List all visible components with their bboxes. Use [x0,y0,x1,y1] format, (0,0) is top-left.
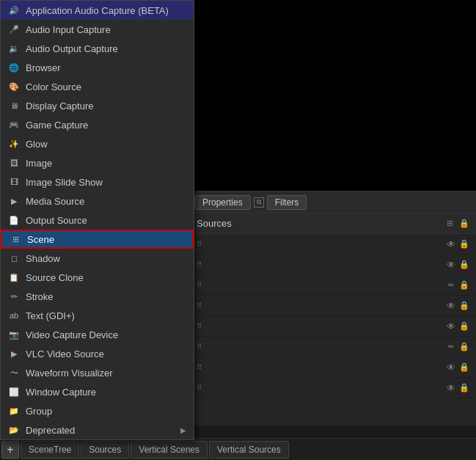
tab-vertical-scenes-label: Vertical Scenes [139,445,199,455]
menu-item-scene[interactable]: ⊞Scene [1,230,194,249]
menu-item-media-source[interactable]: ▶Media Source [1,191,194,211]
menu-item-image-slide-show[interactable]: 🎞Image Slide Show [1,172,194,191]
row-drag-icon: ⠿ [197,343,202,351]
menu-item-waveform[interactable]: 〜Waveform Visualizer [1,363,194,382]
menu-item-label-window-capture: Window Capture [26,387,186,398]
visibility-icon[interactable]: 👁 [445,362,457,373]
lock-icon[interactable]: 🔒 [458,362,470,373]
source-row-icons: ✏ 🔒 [445,280,470,291]
menu-item-label-audio-output: Audio Output Capture [26,43,186,54]
submenu-arrow-deprecated: ▶ [180,426,186,434]
tab-sources[interactable]: Sources [81,441,129,459]
media-icon: ▶ [8,195,20,207]
menu-item-label-image: Image [26,158,186,169]
sources-title: Sources [197,218,232,229]
menu-item-label-waveform: Waveform Visualizer [26,368,186,379]
sources-panel-header: Sources ⊞ 🔒 [191,213,476,234]
row-drag-icon: ⠿ [197,302,202,310]
menu-item-audio-output[interactable]: 🔉Audio Output Capture [1,39,194,58]
add-tab-button[interactable]: + [1,441,19,459]
menu-item-video-capture[interactable]: 📷Video Capture Device [1,325,194,344]
edit-icon[interactable]: ✏ [445,280,457,291]
menu-item-audio-input[interactable]: 🎤Audio Input Capture [1,20,194,39]
tab-vertical-sources[interactable]: Vertical Sources [209,441,289,459]
group-icon: 📁 [8,405,20,417]
source-row[interactable]: ⠿ 👁 🔒 [191,296,476,316]
menu-item-vlc-video[interactable]: ▶VLC Video Source [1,344,194,363]
panel-area: Properties ⧉ Filters Sources ⊞ 🔒 ⠿ 👁 🔒 ⠿… [191,191,476,426]
menu-item-label-stroke: Stroke [26,291,186,302]
filters-button[interactable]: Filters [267,195,307,210]
image-icon: 🖼 [8,157,20,169]
speaker-icon: 🔉 [8,43,20,54]
lock-icon[interactable]: 🔒 [458,238,470,250]
panel-grid-icon: ⊞ [444,218,455,230]
menu-item-group[interactable]: 📁Group [1,401,194,420]
slideshow-icon: 🎞 [8,176,20,188]
source-row-icons: 👁 🔒 [445,300,470,312]
tab-vertical-scenes[interactable]: Vertical Scenes [131,441,208,459]
menu-item-display-capture[interactable]: 🖥Display Capture [1,96,194,115]
visibility-icon[interactable]: 👁 [445,300,457,312]
tab-vertical-sources-label: Vertical Sources [217,445,281,455]
menu-item-shadow[interactable]: ◻Shadow [1,249,194,268]
source-row[interactable]: ⠿ ✏ 🔒 [191,275,476,296]
lock-icon[interactable]: 🔒 [458,382,470,394]
source-row[interactable]: ⠿ 👁 🔒 [191,378,476,398]
visibility-icon[interactable]: 👁 [445,259,457,271]
menu-item-deprecated[interactable]: 📂Deprecated▶ [1,420,194,439]
text-icon: ab [8,310,20,321]
menu-item-image[interactable]: 🖼Image [1,153,194,172]
sources-panel-content[interactable]: ⠿ 👁 🔒 ⠿ 👁 🔒 ⠿ ✏ 🔒 ⠿ [191,234,476,426]
menu-item-window-capture[interactable]: ⬜Window Capture [1,382,194,401]
menu-item-label-source-clone: Source Clone [26,272,186,283]
source-row-icons: ✏ 🔒 [445,341,470,353]
lock-icon[interactable]: 🔒 [458,341,470,353]
visibility-icon[interactable]: 👁 [445,382,457,394]
glow-icon: ✨ [8,138,20,150]
game-icon: 🎮 [8,119,20,131]
menu-item-game-capture[interactable]: 🎮Game Capture [1,115,194,134]
menu-item-stroke[interactable]: ✏Stroke [1,287,194,306]
menu-item-label-color-source: Color Source [26,81,186,92]
menu-item-output-source[interactable]: 📄Output Source [1,211,194,230]
menu-item-color-source[interactable]: 🎨Color Source [1,77,194,96]
source-row[interactable]: ⠿ ✏ 🔒 [191,337,476,357]
vlc-icon: ▶ [8,348,20,359]
tab-sources-label: Sources [89,445,121,455]
video-icon: 📷 [8,329,20,340]
visibility-icon[interactable]: 👁 [445,321,457,332]
menu-item-browser[interactable]: 🌐Browser [1,58,194,77]
lock-icon[interactable]: 🔒 [458,321,470,332]
source-row[interactable]: ⠿ 👁 🔒 [191,234,476,255]
menu-item-label-browser: Browser [26,62,186,73]
tab-scene-tree-label: SceneTree [29,445,71,455]
row-drag-icon: ⠿ [197,363,202,371]
menu-item-label-glow: Glow [26,139,186,150]
lock-icon[interactable]: 🔒 [458,280,470,291]
menu-item-text-gdi[interactable]: abText (GDI+) [1,306,194,325]
menu-item-source-clone[interactable]: 📋Source Clone [1,268,194,287]
visibility-icon[interactable]: 👁 [445,238,457,250]
deprecated-icon: 📂 [8,424,20,436]
source-row[interactable]: ⠿ 👁 🔒 [191,357,476,378]
lock-icon[interactable]: 🔒 [458,300,470,312]
menu-item-label-deprecated: Deprecated [26,425,175,436]
source-row[interactable]: ⠿ 👁 🔒 [191,255,476,275]
menu-item-label-game-capture: Game Capture [26,120,186,131]
tab-bar: + SceneTree Sources Vertical Scenes Vert… [0,438,476,460]
menu-item-glow[interactable]: ✨Glow [1,134,194,153]
menu-item-label-display-capture: Display Capture [26,101,186,112]
source-dropdown-menu: 🔊Application Audio Capture (BETA)🎤Audio … [0,0,194,440]
source-row[interactable]: ⠿ 👁 🔒 [191,316,476,337]
menu-item-app-audio-capture[interactable]: 🔊Application Audio Capture (BETA) [1,1,194,20]
source-row-icons: 👁 🔒 [445,259,470,271]
row-drag-icon: ⠿ [197,281,202,289]
mic-icon: 🎤 [8,23,20,35]
menu-item-label-vlc-video: VLC Video Source [26,348,186,359]
edit-icon[interactable]: ✏ [445,341,457,353]
color-icon: 🎨 [8,81,20,92]
tab-scene-tree[interactable]: SceneTree [21,441,79,459]
properties-button[interactable]: Properties [194,195,251,210]
lock-icon[interactable]: 🔒 [458,259,470,271]
